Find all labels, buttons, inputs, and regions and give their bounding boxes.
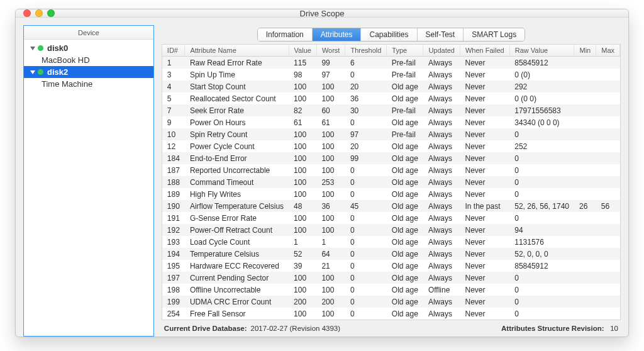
cell-type: Pre-fail: [387, 128, 423, 140]
cell-type: Old age: [387, 308, 423, 320]
cell-max: [596, 260, 620, 272]
table-row[interactable]: 10Spin Retry Count10010097Pre-failAlways…: [162, 128, 620, 140]
cell-threshold: 20: [345, 140, 387, 152]
sidebar-item-macbook-hd[interactable]: MacBook HD: [24, 54, 153, 66]
column-header[interactable]: Type: [387, 45, 423, 57]
status-dot-icon: [38, 69, 43, 75]
cell-value: 100: [289, 92, 316, 104]
column-header[interactable]: Raw Value: [509, 45, 574, 57]
table-row[interactable]: 199UDMA CRC Error Count2002000Old ageAlw…: [162, 296, 620, 308]
table-row[interactable]: 190Airflow Temperature Celsius483645Old …: [162, 200, 620, 212]
table-row[interactable]: 12Power Cycle Count10010020Old ageAlways…: [162, 140, 620, 152]
table-row[interactable]: 198Offline Uncorrectable1001000Old ageOf…: [162, 284, 620, 296]
column-header[interactable]: Worst: [316, 45, 345, 57]
footer: Version 1.0.2 (Build 357) ©2017 Micromat…: [16, 337, 628, 337]
column-header[interactable]: Max: [596, 45, 620, 57]
table-row[interactable]: 191G-Sense Error Rate1001000Old ageAlway…: [162, 212, 620, 224]
table-row[interactable]: 7Seek Error Rate826030Pre-failAlwaysNeve…: [162, 104, 620, 116]
cell-type: Old age: [387, 212, 423, 224]
cell-max: [596, 81, 620, 92]
table-row[interactable]: 197Current Pending Sector1001000Old ageA…: [162, 272, 620, 284]
cell-max: [596, 296, 620, 308]
tab-capabilities[interactable]: Capabilities: [361, 28, 417, 41]
cell-type: Old age: [387, 81, 423, 92]
table-row[interactable]: 192Power-Off Retract Count1001000Old age…: [162, 224, 620, 236]
column-header[interactable]: Threshold: [345, 45, 387, 57]
cell-worst: 100: [316, 212, 345, 224]
table-row[interactable]: 5Reallocated Sector Count10010036Old age…: [162, 92, 620, 104]
sidebar-item-disk0[interactable]: disk0: [24, 42, 153, 54]
table-row[interactable]: 3Spin Up Time98970Pre-failAlwaysNever0 (…: [162, 69, 620, 81]
cell-updated: Always: [423, 57, 460, 69]
cell-threshold: 0: [345, 188, 387, 200]
tab-smart-logs[interactable]: SMART Logs: [464, 28, 525, 41]
cell-updated: Always: [423, 128, 460, 140]
cell-threshold: 0: [345, 272, 387, 284]
cell-updated: Always: [423, 212, 460, 224]
cell-id: 190: [162, 200, 185, 212]
cell-raw: 0: [509, 308, 574, 320]
attr-rev-value: 10: [610, 325, 618, 332]
cell-value: 100: [289, 308, 316, 320]
cell-worst: 21: [316, 260, 345, 272]
cell-type: Old age: [387, 272, 423, 284]
disclosure-triangle-icon[interactable]: [30, 47, 35, 50]
cell-worst: 100: [316, 128, 345, 140]
app-window: Drive Scope Device disk0MacBook HDdisk2T…: [15, 9, 629, 337]
cell-name: Offline Uncorrectable: [185, 284, 289, 296]
table-row[interactable]: 184End-to-End Error10010099Old ageAlways…: [162, 152, 620, 164]
cell-type: Old age: [387, 296, 423, 308]
cell-threshold: 0: [345, 116, 387, 128]
cell-value: 39: [289, 260, 316, 272]
cell-when: Never: [460, 128, 509, 140]
sidebar-header: Device: [24, 26, 153, 40]
column-header[interactable]: Min: [574, 45, 596, 57]
sidebar-item-disk2[interactable]: disk2: [24, 66, 153, 78]
table-row[interactable]: 4Start Stop Count10010020Old ageAlwaysNe…: [162, 81, 620, 92]
cell-threshold: 0: [345, 212, 387, 224]
column-header[interactable]: When Failed: [460, 45, 509, 57]
cell-min: [574, 284, 596, 296]
cell-min: [574, 164, 596, 176]
cell-id: 199: [162, 296, 185, 308]
cell-when: Never: [460, 284, 509, 296]
table-row[interactable]: 194Temperature Celsius52640Old ageAlways…: [162, 248, 620, 260]
cell-value: 200: [289, 296, 316, 308]
table-row[interactable]: 193Load Cycle Count110Old ageAlwaysNever…: [162, 236, 620, 248]
cell-type: Old age: [387, 188, 423, 200]
cell-max: [596, 92, 620, 104]
cell-name: Power-Off Retract Count: [185, 224, 289, 236]
table-row[interactable]: 188Command Timeout1002530Old ageAlwaysNe…: [162, 176, 620, 188]
cell-value: 100: [289, 284, 316, 296]
cell-id: 10: [162, 128, 185, 140]
cell-value: 82: [289, 104, 316, 116]
disclosure-triangle-icon[interactable]: [30, 70, 35, 74]
tab-self-test[interactable]: Self-Test: [418, 28, 464, 41]
table-row[interactable]: 187Reported Uncorrectable1001000Old ageA…: [162, 164, 620, 176]
cell-threshold: 36: [345, 92, 387, 104]
tab-information[interactable]: Information: [258, 28, 313, 41]
cell-when: Never: [460, 188, 509, 200]
column-header[interactable]: Attribute Name: [185, 45, 289, 57]
sidebar-item-time-machine[interactable]: Time Machine: [24, 78, 153, 90]
table-row[interactable]: 9Power On Hours61610Old ageAlwaysNever34…: [162, 116, 620, 128]
tab-attributes[interactable]: Attributes: [313, 28, 362, 41]
attributes-table-wrap[interactable]: ID#Attribute NameValueWorstThresholdType…: [162, 44, 621, 320]
column-header[interactable]: Value: [289, 45, 316, 57]
table-row[interactable]: 189High Fly Writes1001000Old ageAlwaysNe…: [162, 188, 620, 200]
table-row[interactable]: 254Free Fall Sensor1001000Old ageAlwaysN…: [162, 308, 620, 320]
cell-min: [574, 296, 596, 308]
cell-name: End-to-End Error: [185, 152, 289, 164]
table-row[interactable]: 195Hardware ECC Recovered39210Old ageAlw…: [162, 260, 620, 272]
column-header[interactable]: Updated: [423, 45, 460, 57]
table-row[interactable]: 1Raw Read Error Rate115996Pre-failAlways…: [162, 57, 620, 69]
cell-min: [574, 140, 596, 152]
cell-raw: 1131576: [509, 236, 574, 248]
cell-when: Never: [460, 92, 509, 104]
cell-name: UDMA CRC Error Count: [185, 296, 289, 308]
column-header[interactable]: ID#: [162, 45, 185, 57]
cell-max: [596, 57, 620, 69]
cell-updated: Always: [423, 152, 460, 164]
attributes-table: ID#Attribute NameValueWorstThresholdType…: [162, 45, 620, 320]
cell-updated: Always: [423, 176, 460, 188]
